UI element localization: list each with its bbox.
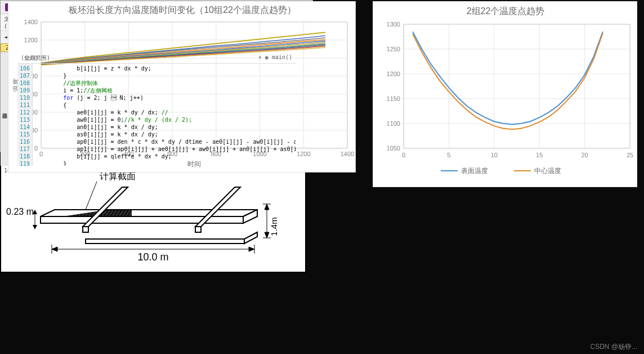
svg-text:中心温度: 中心温度 (534, 167, 561, 175)
dim-bottom: 10.0 m (137, 251, 168, 263)
chart-right-svg: 2组22个温度点趋势051015202510501100115012001250… (373, 2, 638, 188)
svg-text:5: 5 (447, 152, 450, 158)
watermark: CSDN @杨铮... (590, 342, 637, 352)
svg-text:2组22个温度点趋势: 2组22个温度点趋势 (467, 6, 545, 16)
svg-marker-84 (249, 247, 254, 251)
svg-text:10: 10 (491, 152, 498, 158)
svg-text:1100: 1100 (387, 120, 400, 127)
chart-right: 2组22个温度点趋势051015202510501100115012001250… (373, 1, 637, 187)
svg-text:1250: 1250 (387, 46, 400, 52)
dim-right: 1.4m (269, 217, 279, 236)
dim-left: 0.23 m (6, 207, 34, 216)
svg-text:1300: 1300 (387, 21, 400, 28)
svg-marker-83 (52, 247, 57, 251)
svg-text:0: 0 (402, 152, 405, 158)
code-editor[interactable]: 1061071081091101111121131141151161171181… (17, 64, 296, 166)
func-dropdown[interactable]: main() (272, 54, 292, 60)
svg-marker-79 (33, 225, 37, 229)
svg-marker-75 (86, 239, 244, 244)
svg-line-70 (86, 182, 97, 210)
svg-text:表面温度: 表面温度 (461, 167, 488, 175)
svg-text:25: 25 (627, 152, 633, 158)
svg-text:1200: 1200 (297, 151, 310, 157)
back-icon[interactable]: ◄ (4, 34, 7, 40)
svg-marker-89 (265, 232, 269, 238)
svg-marker-72 (83, 227, 88, 232)
svg-text:15: 15 (536, 152, 543, 158)
svg-text:1200: 1200 (24, 37, 38, 43)
svg-rect-61 (404, 24, 630, 148)
scope-dropdown[interactable]: (全局范围) (21, 54, 50, 62)
svg-text:1400: 1400 (24, 19, 38, 25)
svg-marker-67 (41, 216, 243, 223)
svg-text:20: 20 (581, 152, 588, 158)
svg-text:1400: 1400 (341, 151, 354, 157)
svg-marker-76 (244, 232, 257, 244)
svg-marker-74 (195, 227, 201, 232)
svg-marker-88 (265, 204, 269, 210)
svg-text:板坯沿长度方向温度随时间变化（10组22个温度点趋势）: 板坯沿长度方向温度随时间变化（10组22个温度点趋势） (68, 5, 296, 15)
svg-text:1200: 1200 (387, 70, 400, 77)
svg-text:1150: 1150 (387, 95, 400, 102)
svg-text:1050: 1050 (387, 145, 400, 152)
